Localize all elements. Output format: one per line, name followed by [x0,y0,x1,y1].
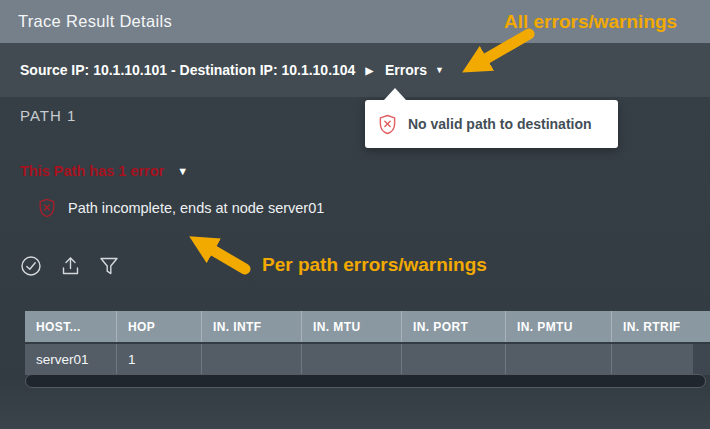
errors-dropdown-label: Errors [385,62,427,78]
cell-in-intf [202,344,302,375]
path-error-detail-text: Path incomplete, ends at node server01 [68,200,324,216]
error-shield-icon [378,114,397,135]
cell-in-pmtu [506,344,612,375]
cell-in-port [402,344,506,375]
path-error-summary-label: This Path has 1 error [20,163,164,179]
arrow-to-path-error [204,245,245,269]
table-edge-shade [693,344,710,375]
popup-pointer [384,88,406,100]
select-all-button[interactable] [19,253,43,279]
cell-host: server01 [25,344,117,375]
chevron-down-icon: ▼ [177,165,188,177]
cell-hop: 1 [117,344,202,375]
chevron-down-icon: ▼ [435,65,444,75]
column-header-host[interactable]: HOST... [25,311,117,342]
trace-result-details-window: Trace Result Details Source IP: 10.1.10.… [0,0,710,429]
column-header-in-pmtu[interactable]: IN. PMTU [506,311,612,342]
path-error-detail: Path incomplete, ends at node server01 [38,198,324,218]
column-header-hop[interactable]: HOP [117,311,202,342]
trace-route-label: Source IP: 10.1.10.101 - Destination IP:… [20,62,355,78]
export-button[interactable] [58,253,82,279]
trace-bar: Source IP: 10.1.10.101 - Destination IP:… [0,43,710,97]
column-header-in-rtrif[interactable]: IN. RTRIF [612,311,710,342]
expand-caret-icon: ▶ [365,65,373,76]
horizontal-scrollbar[interactable] [25,374,706,388]
column-header-in-mtu[interactable]: IN. MTU [302,311,402,342]
popup-error-message: No valid path to destination [408,116,592,132]
annotation-per-path: Per path errors/warnings [262,254,487,276]
check-circle-icon [20,255,42,277]
trace-route-selector[interactable]: Source IP: 10.1.10.101 - Destination IP:… [20,43,373,97]
filter-icon [98,255,120,277]
column-header-in-port[interactable]: IN. PORT [402,311,506,342]
table-header-row: HOST... HOP IN. INTF IN. MTU IN. PORT IN… [25,311,710,342]
export-icon [60,255,81,277]
page-title: Trace Result Details [18,12,172,31]
path-error-summary-toggle[interactable]: This Path has 1 error ▼ [20,163,188,179]
annotation-all-errors: All errors/warnings [504,11,677,33]
table-row[interactable]: server01 1 [25,344,710,375]
column-header-in-intf[interactable]: IN. INTF [202,311,302,342]
hops-table: HOST... HOP IN. INTF IN. MTU IN. PORT IN… [25,311,710,375]
path-section-title: PATH 1 [20,107,76,124]
cell-in-mtu [302,344,402,375]
filter-button[interactable] [97,253,121,279]
table-toolbar [19,253,121,279]
error-shield-icon [38,198,56,218]
errors-popup: No valid path to destination [365,100,618,148]
